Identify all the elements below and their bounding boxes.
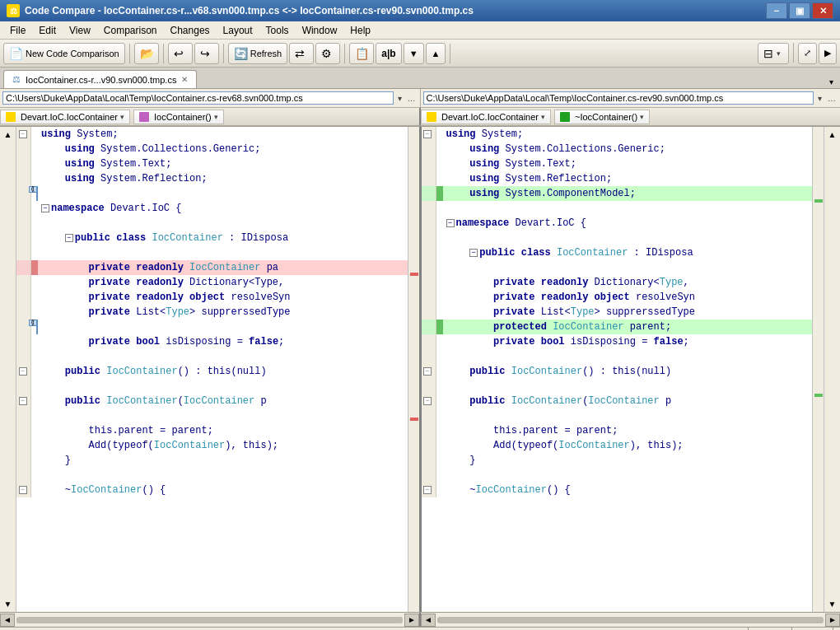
collapse-btn[interactable]: −: [423, 367, 432, 376]
left-method-selector[interactable]: IocContainer() ▾: [133, 110, 224, 124]
toolbar-separator-6: [793, 43, 794, 63]
code-line: private bool isDisposing = false;: [422, 334, 813, 349]
tab-list-button[interactable]: ▾: [826, 76, 837, 88]
nav-up-button[interactable]: ▲: [426, 43, 446, 64]
line-text: using System.ComponentModel;: [443, 186, 813, 201]
copy-button[interactable]: 📋: [349, 43, 374, 64]
expand-button[interactable]: ⤢: [798, 43, 817, 64]
collapse-btn[interactable]: −: [19, 397, 27, 405]
left-hscrollbar[interactable]: ◄ ►: [0, 613, 421, 627]
change-bar: [31, 364, 38, 379]
tab-main[interactable]: ⚖ IocContainer.cs-r...v90.svn000.tmp.cs …: [3, 70, 197, 88]
code-line: this.parent = parent;: [422, 423, 813, 438]
collapse-btn[interactable]: −: [19, 367, 27, 376]
menu-comparison[interactable]: Comparison: [97, 23, 164, 38]
left-scroll-left-btn[interactable]: ◄: [0, 614, 15, 627]
font-button[interactable]: a|b: [376, 43, 401, 64]
collapse-btn[interactable]: −: [423, 486, 432, 494]
gutter: −: [16, 394, 31, 408]
left-address-input[interactable]: C:\Users\Duke\AppData\Local\Temp\IocCont…: [2, 91, 394, 105]
code-line: [422, 468, 813, 483]
sync-icon: ⇄: [295, 47, 308, 60]
collapse-btn[interactable]: −: [423, 130, 432, 138]
sync-button[interactable]: ⇄: [289, 43, 314, 64]
code-line-spacer: ⟪: [16, 186, 408, 201]
code-line: private List<Type> supprerssedType: [422, 305, 813, 320]
line-text: public IocContainer(IocContainer p: [443, 394, 813, 408]
right-addr-dropdown[interactable]: ▾: [816, 94, 824, 103]
change-bar: [436, 438, 443, 453]
connector: ⟪: [31, 320, 38, 334]
right-address-input[interactable]: C:\Users\Duke\AppData\Local\Temp\IocCont…: [423, 91, 814, 105]
maximize-button[interactable]: ▣: [789, 2, 810, 19]
change-bar: [436, 245, 443, 260]
open-button[interactable]: 📂: [134, 43, 159, 64]
menu-edit[interactable]: Edit: [32, 23, 63, 38]
gutter: [422, 349, 436, 364]
collapse-btn[interactable]: −: [446, 219, 455, 227]
statusbar: Files have changes. Encodings: UTF-8, Wi…: [0, 627, 840, 630]
view-split-button[interactable]: ⊟ ▾: [758, 43, 789, 64]
change-bar: [436, 156, 443, 171]
menu-window[interactable]: Window: [296, 23, 344, 38]
collapse-btn[interactable]: −: [423, 397, 432, 405]
minimize-button[interactable]: −: [766, 2, 787, 19]
change-bar-added-2: [436, 320, 443, 334]
left-addr-browse[interactable]: …: [406, 94, 418, 103]
code-line-diff-added-2: protected IocContainer parent;: [422, 320, 813, 334]
code-line: − using System;: [16, 127, 408, 142]
line-text: [38, 186, 408, 201]
tab-label: IocContainer.cs-r...v90.svn000.tmp.cs: [26, 75, 176, 85]
left-scroll-thumb[interactable]: [16, 617, 403, 623]
gutter: [422, 156, 436, 171]
left-class-selector[interactable]: Devart.IoC.IocContainer ▾: [0, 110, 130, 124]
left-scroll-down[interactable]: ▼: [4, 600, 12, 609]
menu-tools[interactable]: Tools: [259, 23, 296, 38]
refresh-button[interactable]: 🔄 Refresh: [228, 43, 288, 64]
change-bar: [436, 127, 443, 142]
code-line: private readonly Dictionary<Type,: [16, 275, 408, 290]
left-scroll-up[interactable]: ▲: [4, 130, 12, 139]
options-button[interactable]: ⚙: [315, 43, 340, 64]
collapse-btn[interactable]: −: [19, 486, 27, 494]
diff-marker-1: [410, 273, 418, 276]
right-scroll-down[interactable]: ▼: [828, 600, 837, 609]
close-button[interactable]: ✕: [812, 2, 833, 19]
right-scroll-thumb[interactable]: [437, 617, 824, 623]
redo-button[interactable]: ↪: [194, 43, 219, 64]
left-scroll-right-btn[interactable]: ►: [404, 614, 419, 627]
gutter: [16, 349, 31, 364]
line-text: Add(typeof(IocContainer), this);: [38, 438, 408, 453]
right-scroll-right-btn[interactable]: ►: [825, 614, 840, 627]
nav-down-button[interactable]: ▼: [404, 43, 424, 64]
change-bar: [436, 453, 443, 468]
gutter: [422, 260, 436, 275]
gutter: [16, 305, 31, 320]
undo-button[interactable]: ↩: [168, 43, 193, 64]
menu-changes[interactable]: Changes: [164, 23, 217, 38]
right-hscrollbar[interactable]: ◄ ►: [421, 613, 840, 627]
collapse-btn[interactable]: −: [65, 234, 73, 242]
menu-file[interactable]: File: [3, 23, 32, 38]
line-text: [38, 245, 408, 260]
right-code-content[interactable]: − using System; using System.Collections…: [422, 127, 813, 612]
tab-close-button[interactable]: ✕: [181, 75, 188, 84]
right-method-selector[interactable]: ~IocContainer() ▾: [554, 110, 650, 124]
right-scroll-up[interactable]: ▲: [828, 130, 837, 139]
change-bar: [436, 142, 443, 156]
extra-button[interactable]: ▶: [819, 43, 837, 64]
new-comparison-button[interactable]: 📄 New Code Comparison: [3, 43, 125, 64]
right-pane: − using System; using System.Collections…: [422, 127, 841, 612]
gutter: −: [16, 364, 31, 379]
menu-view[interactable]: View: [63, 23, 97, 38]
menu-help[interactable]: Help: [343, 23, 377, 38]
right-addr-browse[interactable]: …: [826, 94, 838, 103]
menu-layout[interactable]: Layout: [217, 23, 259, 38]
collapse-btn[interactable]: −: [19, 130, 27, 138]
gutter: −: [16, 483, 31, 497]
left-code-content[interactable]: − using System; using System.Collections…: [16, 127, 408, 612]
right-class-selector[interactable]: Devart.IoC.IocContainer ▾: [421, 110, 551, 124]
collapse-btn[interactable]: −: [469, 249, 478, 257]
left-addr-dropdown[interactable]: ▾: [396, 94, 404, 103]
right-scroll-left-btn[interactable]: ◄: [421, 614, 436, 627]
